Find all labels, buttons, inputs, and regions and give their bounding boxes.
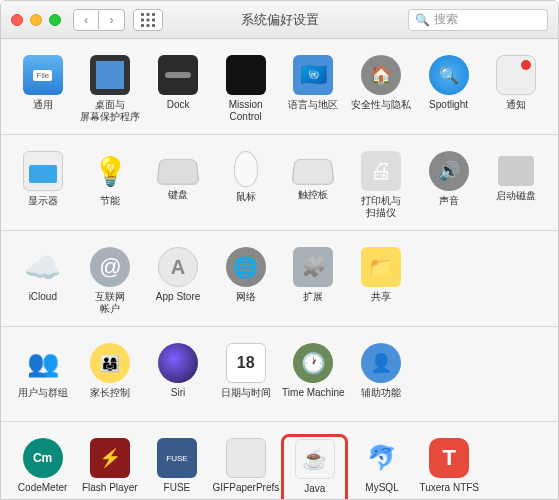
- gif-icon: [226, 438, 266, 478]
- pref-desktop[interactable]: 桌面与 屏幕保护程序: [77, 51, 145, 126]
- pref-mysql[interactable]: MySQL: [348, 434, 415, 500]
- pref-access[interactable]: 辅助功能: [347, 339, 415, 413]
- pref-spotlight[interactable]: Spotlight: [415, 51, 483, 126]
- svg-rect-4: [147, 18, 150, 21]
- icloud-icon: [23, 247, 63, 287]
- pref-internet[interactable]: 互联网 帐户: [77, 243, 145, 318]
- lang-icon: [293, 55, 333, 95]
- pref-lang[interactable]: 语言与地区: [280, 51, 348, 126]
- pref-appstore[interactable]: App Store: [144, 243, 212, 318]
- pref-label: 触控板: [298, 189, 328, 211]
- pref-java[interactable]: Java: [281, 434, 348, 500]
- show-all-button[interactable]: [133, 9, 163, 31]
- close-button[interactable]: [11, 14, 23, 26]
- users-icon: [23, 343, 63, 383]
- pref-label: 辅助功能: [361, 387, 401, 409]
- pref-label: App Store: [156, 291, 200, 313]
- display-icon: [23, 151, 63, 191]
- codemeter-icon: [23, 438, 63, 478]
- pref-mission[interactable]: Mission Control: [212, 51, 280, 126]
- pref-codemeter[interactable]: CodeMeter: [9, 434, 76, 500]
- pref-label: FUSE: [164, 482, 191, 500]
- pref-energy[interactable]: 节能: [77, 147, 145, 222]
- search-icon: 🔍: [415, 13, 430, 27]
- pref-label: GIFPaperPrefs: [213, 482, 280, 500]
- pref-label: 安全性与隐私: [351, 99, 411, 121]
- pref-label: 桌面与 屏幕保护程序: [80, 99, 140, 122]
- mouse-icon: [234, 151, 258, 187]
- system-preferences-window: ‹ › 系统偏好设置 🔍 搜索 通用桌面与 屏幕保护程序DockMission …: [0, 0, 559, 500]
- startup-icon: [498, 156, 534, 186]
- pref-notif[interactable]: 通知: [482, 51, 550, 126]
- pref-row-2: iCloud互联网 帐户App Store网络扩展共享: [1, 231, 558, 327]
- pref-fuse[interactable]: FUSE: [143, 434, 210, 500]
- pref-ext[interactable]: 扩展: [280, 243, 348, 318]
- zoom-button[interactable]: [49, 14, 61, 26]
- pref-trackpad[interactable]: 触控板: [280, 147, 348, 222]
- svg-rect-8: [152, 24, 155, 27]
- pref-label: iCloud: [29, 291, 57, 313]
- pref-row-0: 通用桌面与 屏幕保护程序DockMission Control语言与地区安全性与…: [1, 39, 558, 135]
- notif-icon: [496, 55, 536, 95]
- pref-flash[interactable]: Flash Player: [76, 434, 143, 500]
- printer-icon: [361, 151, 401, 191]
- date-icon: [226, 343, 266, 383]
- spotlight-icon: [429, 55, 469, 95]
- parent-icon: [90, 343, 130, 383]
- pref-label: 用户与群组: [18, 387, 68, 409]
- pref-keyboard[interactable]: 键盘: [144, 147, 212, 222]
- pref-row-3: 用户与群组家长控制Siri日期与时间Time Machine辅助功能: [1, 327, 558, 422]
- pref-mouse[interactable]: 鼠标: [212, 147, 280, 222]
- keyboard-icon: [156, 159, 199, 185]
- minimize-button[interactable]: [30, 14, 42, 26]
- back-button[interactable]: ‹: [73, 9, 99, 31]
- forward-button[interactable]: ›: [99, 9, 125, 31]
- search-placeholder: 搜索: [434, 11, 458, 28]
- tuxera-icon: [429, 438, 469, 478]
- pref-label: Tuxera NTFS: [419, 482, 479, 500]
- desktop-icon: [90, 55, 130, 95]
- fuse-icon: [157, 438, 197, 478]
- pref-icloud[interactable]: iCloud: [9, 243, 77, 318]
- pref-tuxera[interactable]: Tuxera NTFS: [416, 434, 483, 500]
- pref-date[interactable]: 日期与时间: [212, 339, 280, 413]
- pref-label: 鼠标: [236, 191, 256, 213]
- flash-icon: [90, 438, 130, 478]
- preferences-grid: 通用桌面与 屏幕保护程序DockMission Control语言与地区安全性与…: [1, 39, 558, 500]
- share-icon: [361, 247, 401, 287]
- pref-security[interactable]: 安全性与隐私: [347, 51, 415, 126]
- svg-rect-3: [141, 18, 144, 21]
- pref-startup[interactable]: 启动磁盘: [482, 147, 550, 222]
- pref-row-4: CodeMeterFlash PlayerFUSEGIFPaperPrefsJa…: [1, 422, 558, 500]
- pref-label: 显示器: [28, 195, 58, 217]
- pref-siri[interactable]: Siri: [144, 339, 212, 413]
- pref-users[interactable]: 用户与群组: [9, 339, 77, 413]
- pref-label: 声音: [439, 195, 459, 217]
- pref-label: Dock: [167, 99, 190, 121]
- pref-label: Time Machine: [282, 387, 344, 409]
- svg-rect-6: [141, 24, 144, 27]
- pref-label: Flash Player: [82, 482, 138, 500]
- pref-tm[interactable]: Time Machine: [280, 339, 348, 413]
- search-field[interactable]: 🔍 搜索: [408, 9, 548, 31]
- pref-label: Siri: [171, 387, 185, 409]
- pref-dock[interactable]: Dock: [144, 51, 212, 126]
- svg-rect-5: [152, 18, 155, 21]
- pref-label: 日期与时间: [221, 387, 271, 409]
- svg-rect-7: [147, 24, 150, 27]
- pref-printer[interactable]: 打印机与 扫描仪: [347, 147, 415, 222]
- pref-sound[interactable]: 声音: [415, 147, 483, 222]
- access-icon: [361, 343, 401, 383]
- pref-display[interactable]: 显示器: [9, 147, 77, 222]
- mysql-icon: [362, 438, 402, 478]
- pref-network[interactable]: 网络: [212, 243, 280, 318]
- energy-icon: [90, 151, 130, 191]
- pref-label: 打印机与 扫描仪: [361, 195, 401, 218]
- pref-gif[interactable]: GIFPaperPrefs: [211, 434, 282, 500]
- pref-general[interactable]: 通用: [9, 51, 77, 126]
- pref-parent[interactable]: 家长控制: [77, 339, 145, 413]
- trackpad-icon: [292, 159, 335, 185]
- sound-icon: [429, 151, 469, 191]
- svg-rect-2: [152, 13, 155, 16]
- pref-share[interactable]: 共享: [347, 243, 415, 318]
